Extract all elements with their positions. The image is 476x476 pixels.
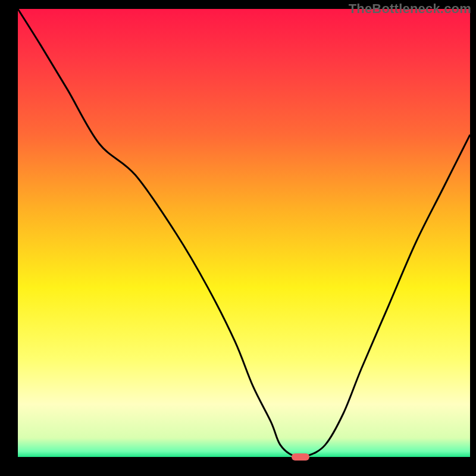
plot-background [18, 9, 470, 458]
bottleneck-chart [0, 0, 476, 476]
watermark-text: TheBottleneck.com [349, 1, 471, 17]
chart-frame: TheBottleneck.com [0, 0, 476, 476]
bottleneck-marker [292, 453, 309, 461]
